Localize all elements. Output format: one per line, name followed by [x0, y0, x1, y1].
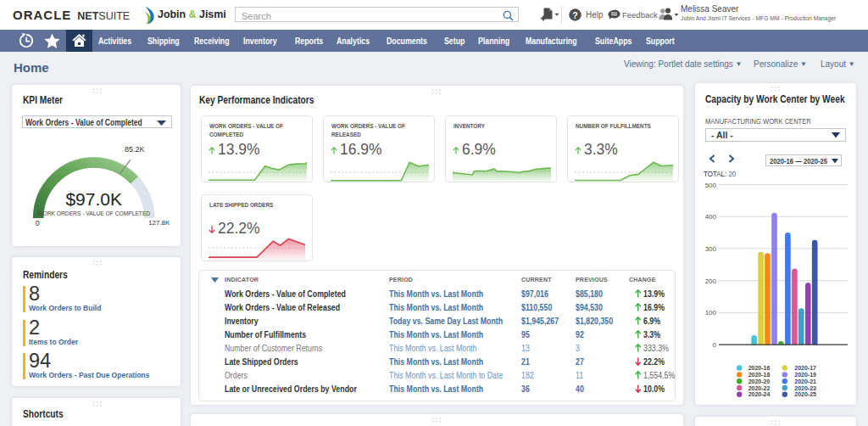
svg-text:100: 100 [705, 309, 717, 317]
svg-text:0: 0 [713, 341, 717, 349]
svg-text:2020-17: 2020-17 [794, 365, 816, 371]
svg-text:127.8K: 127.8K [148, 219, 170, 227]
svg-text:WORK ORDERS - VALUE OF COMPLET: WORK ORDERS - VALUE OF COMPLETED [37, 210, 150, 217]
svg-text:2020-18: 2020-18 [748, 372, 771, 378]
svg-text:500: 500 [705, 182, 717, 189]
svg-text:2020-16: 2020-16 [748, 365, 771, 371]
svg-text:2020-24: 2020-24 [748, 391, 771, 397]
svg-text:200: 200 [705, 277, 717, 285]
svg-text:400: 400 [705, 213, 717, 221]
svg-text:2020-19: 2020-19 [794, 372, 816, 378]
svg-text:2020-22: 2020-22 [748, 385, 771, 391]
svg-text:300: 300 [705, 245, 717, 253]
svg-text:85.2K: 85.2K [125, 145, 145, 154]
svg-text:2020-20: 2020-20 [748, 378, 771, 384]
svg-text:2020-25: 2020-25 [794, 391, 816, 397]
svg-text:$97.0K: $97.0K [65, 189, 122, 209]
svg-text:?: ? [572, 10, 577, 20]
svg-text:2020-23: 2020-23 [794, 385, 816, 391]
svg-text:0: 0 [36, 219, 40, 227]
svg-text:2020-21: 2020-21 [794, 378, 816, 384]
